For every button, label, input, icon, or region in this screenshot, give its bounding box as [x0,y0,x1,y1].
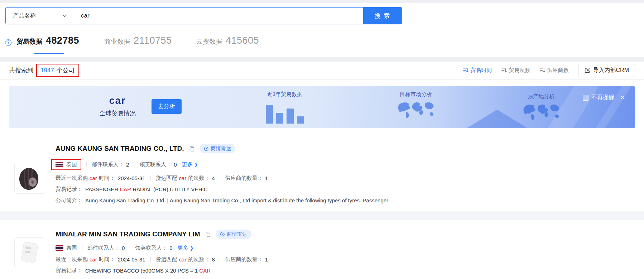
data-tabs: ? 贸易数据 482785 商业数据 2110755 云搜数据 415605 [0,34,644,55]
supplier-count-label: 供应商的数量： [225,256,263,263]
divider [134,162,134,167]
trade-bar [266,105,273,124]
company-intro-text: Aung Kaung San Trading Co.,Ltd. | Aung K… [85,197,394,203]
sort-controls: 贸易时间 贸易次数 供应商数 [454,64,635,77]
results-count-summary: 共搜索到 1947 个公司 [9,64,79,77]
company-name[interactable]: AUNG KAUNG SAN TRADING CO., LTD. [56,145,184,153]
country-label: 泰国 [66,245,77,251]
more-label: 更多 [178,245,188,251]
import-crm-button[interactable]: 导入内部CRM [578,64,635,77]
chevron-right-icon: ❯ [190,245,194,251]
more-link[interactable]: 更多 ❯ [178,245,194,251]
dismiss-checkbox[interactable] [583,95,588,101]
sort-label: 供应商数 [547,67,569,74]
tab-business-data[interactable]: 商业数据 2110755 [104,35,172,46]
chevron-down-icon [62,14,67,18]
trade-analysis-banner: car 全球贸易情况 去分析 近3年贸易数据 目标市场分析 [9,86,635,128]
tab-trade-data[interactable]: 贸易数据 482785 [16,35,79,46]
more-link[interactable]: 更多 ❯ [182,161,198,168]
business-radar-badge[interactable]: 商情雷达 [200,144,235,153]
linkedin-contacts-value: 0 [174,162,177,168]
banner-keyword-block: car 全球贸易情况 去分析 [94,95,182,117]
sort-supplier-count[interactable]: 供应商数 [540,67,569,74]
divider [82,245,82,251]
import-crm-label: 导入内部CRM [593,67,629,74]
email-contacts-label: 邮件联系人： [87,245,120,251]
search-bar: 产品名称 搜 索 [5,7,402,24]
page: 产品名称 搜 索 ? 贸易数据 482785 商业数据 2110755 云搜数据… [0,0,644,279]
tab-label: 云搜数据 [196,37,222,46]
keyword-highlight: car [179,256,187,263]
copy-icon[interactable] [189,146,194,151]
sort-icon [540,68,545,73]
tab-count: 482785 [46,35,79,46]
banner-keyword: car [94,95,141,106]
help-icon[interactable]: ? [5,39,11,46]
keyword-highlight: car [179,175,187,181]
results-count-value: 1947 [40,67,54,74]
freight-match-label-2: 的次数： [188,175,210,182]
last-purchase-label-2: 时间： [99,256,115,263]
company-purchase-row: 最近一次采购 car 时间： 2024-05-31 货运匹配 car 的次数： … [56,175,635,182]
company-thumbnail-tire[interactable] [14,163,45,194]
company-intro-row: 公司简介： Aung Kaung San Trading Co.,Ltd. | … [56,197,635,204]
tab-label: 商业数据 [104,37,130,46]
banner-keyword-column: car 全球贸易情况 [94,95,141,117]
trade-bar [297,116,304,124]
company-thumbnail-product[interactable] [14,237,45,268]
badge-label: 商情雷达 [211,145,231,152]
company-name[interactable]: MINALAR MIN SAN TRADING COMPANY LIM [56,230,200,238]
banner-item-target-market: 目标市场分析 [394,91,437,122]
supplier-count-value: 1 [265,256,268,263]
more-label: 更多 [182,161,193,168]
trade-bars [260,101,310,124]
world-map-graphic [520,102,563,125]
trade-record-label: 贸易记录： [56,267,82,274]
banner-dismiss: 不再提醒 ✕ [583,94,625,101]
thailand-flag-icon [56,162,63,167]
close-icon[interactable]: ✕ [620,94,625,101]
last-purchase-date: 2024-05-31 [118,175,145,181]
email-contacts-value: 2 [126,162,129,168]
company-intro-label: 公司简介： [56,197,82,204]
results-panel: 共搜索到 1947 个公司 贸易时间 贸易次数 [0,62,644,279]
banner-decor-triangle [467,110,528,128]
company-trade-record-row: 贸易记录： PASSENGER CAR RADIAL (PCR),UTILITY… [56,186,635,193]
sort-trade-time[interactable]: 贸易时间 [463,67,492,74]
company-card: AUNG KAUNG SAN TRADING CO., LTD. 商情雷达 泰国 [0,128,644,211]
last-purchase-date: 2024-05-31 [118,256,145,263]
company-title-row: AUNG KAUNG SAN TRADING CO., LTD. 商情雷达 [56,144,635,153]
world-map-graphic [394,100,437,122]
linkedin-contacts-label: 领英联系人： [139,161,172,168]
supplier-count-value: 1 [265,175,268,181]
search-category-select[interactable]: 产品名称 [6,8,72,24]
copy-icon[interactable] [205,231,211,237]
trade-bar [276,113,283,124]
freight-match-label: 货运匹配 [156,256,177,263]
keyword-highlight: CAR [120,186,131,192]
keyword-highlight: car [90,256,97,263]
company-card: MINALAR MIN SAN TRADING COMPANY LIM 商情雷达… [0,220,644,279]
keyword-highlight: CAR [199,268,211,274]
analyze-button[interactable]: 去分析 [152,99,182,114]
divider [150,257,151,262]
country-wrap: 泰国 [56,245,77,251]
email-contacts-value: 0 [122,245,125,251]
tab-cloud-search-data[interactable]: 云搜数据 415605 [196,35,259,46]
dismiss-label[interactable]: 不再提醒 [591,94,614,101]
sort-label: 贸易时间 [471,67,492,74]
search-button[interactable]: 搜 索 [363,8,402,24]
chevron-right-icon: ❯ [194,162,198,167]
banner-subtitle: 全球贸易情况 [94,109,141,117]
banner-item-origin-analysis: 原产地分析 [520,93,563,125]
company-separator [0,211,644,220]
company-purchase-row: 最近一次采购 car 时间： 2024-05-31 货运匹配 car 的次数： … [56,256,635,263]
company-contacts-row: 泰国 邮件联系人： 0 领英联系人： 0 更多 ❯ [56,245,635,251]
tab-count: 415605 [226,35,259,46]
search-input[interactable] [72,8,363,24]
import-icon [584,67,590,73]
sort-trade-count[interactable]: 贸易次数 [501,67,530,74]
business-radar-badge[interactable]: 商情雷达 [216,230,251,239]
supplier-count-label: 供应商的数量： [225,175,263,182]
trade-record-text: PASSENGER CAR RADIAL (PCR),UTILITY VEHIC [85,186,207,192]
